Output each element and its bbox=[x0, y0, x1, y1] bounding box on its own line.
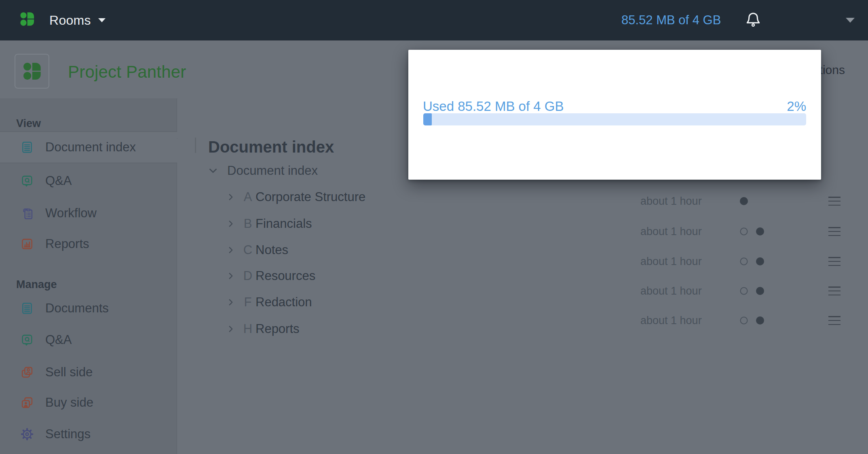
storage-used-label: Used 85.52 MB of 4 GB bbox=[423, 99, 564, 114]
top-navbar: Rooms 85.52 MB of 4 GB bbox=[0, 0, 868, 40]
account-chevron-down-icon[interactable] bbox=[846, 18, 855, 23]
storage-percent-label: 2% bbox=[787, 99, 806, 114]
bell-icon[interactable] bbox=[744, 11, 762, 30]
storage-usage-link[interactable]: 85.52 MB of 4 GB bbox=[621, 0, 721, 40]
clover-logo-icon bbox=[19, 11, 35, 27]
rooms-menu[interactable]: Rooms bbox=[49, 0, 106, 40]
storage-popover: Used 85.52 MB of 4 GB 2% bbox=[408, 50, 821, 180]
rooms-menu-label: Rooms bbox=[49, 13, 91, 28]
chevron-down-icon bbox=[98, 18, 106, 22]
storage-progress-fill bbox=[423, 113, 432, 125]
storage-progress-bar bbox=[423, 113, 806, 125]
app-window: Rooms 85.52 MB of 4 GB Project Panther A… bbox=[0, 0, 868, 454]
